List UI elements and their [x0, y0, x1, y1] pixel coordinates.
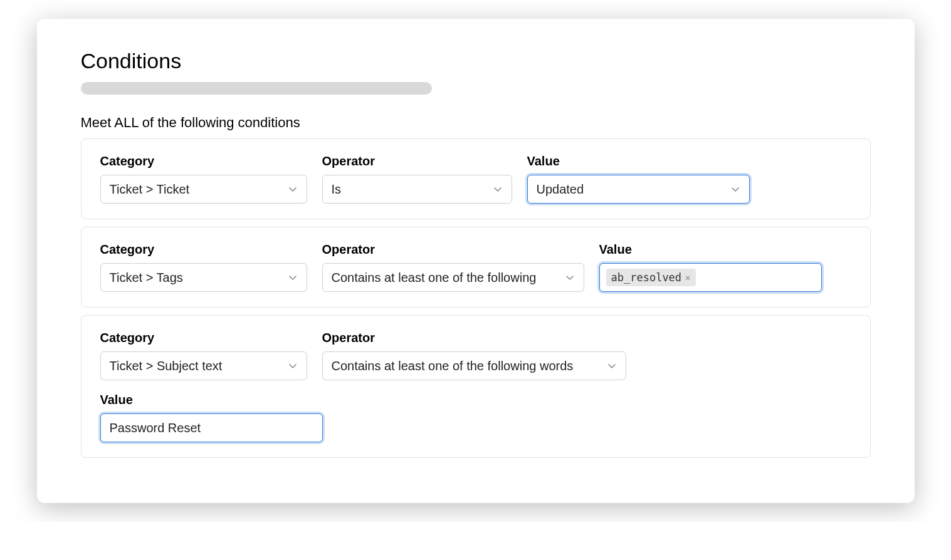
operator-select-text: Contains at least one of the following w…	[332, 359, 601, 373]
operator-select[interactable]: Contains at least one of the following	[322, 263, 584, 292]
category-select[interactable]: Ticket > Subject text	[100, 351, 307, 380]
section-subtitle: Meet ALL of the following conditions	[81, 115, 871, 131]
operator-label: Operator	[322, 154, 512, 169]
category-select-text: Ticket > Ticket	[110, 182, 281, 197]
tag-chip: ab_resolved✕	[606, 269, 696, 286]
category-label: Category	[100, 154, 307, 169]
condition-row: CategoryTicket > Subject textOperatorCon…	[81, 315, 871, 458]
value-select[interactable]: Updated	[527, 175, 750, 204]
operator-select-text: Is	[332, 182, 486, 197]
operator-label: Operator	[322, 242, 584, 257]
value-label: Value	[527, 154, 750, 169]
category-field: CategoryTicket > Tags	[100, 242, 307, 292]
page-title: Conditions	[81, 49, 871, 73]
category-field: CategoryTicket > Subject text	[100, 331, 307, 380]
category-select[interactable]: Ticket > Ticket	[100, 175, 307, 204]
category-field: CategoryTicket > Ticket	[100, 154, 307, 204]
chevron-down-icon	[288, 184, 298, 194]
category-label: Category	[100, 242, 307, 257]
tag-chip-label: ab_resolved	[611, 271, 682, 284]
remove-tag-icon[interactable]: ✕	[685, 272, 690, 283]
operator-select[interactable]: Contains at least one of the following w…	[322, 351, 626, 380]
value-field: Value	[100, 393, 851, 442]
value-field: Valueab_resolved✕	[599, 242, 822, 292]
chevron-down-icon	[288, 361, 298, 371]
description-placeholder	[81, 82, 432, 95]
operator-select-text: Contains at least one of the following	[332, 271, 559, 285]
operator-select[interactable]: Is	[322, 175, 512, 204]
value-field: ValueUpdated	[527, 154, 750, 204]
operator-field: OperatorContains at least one of the fol…	[322, 331, 626, 380]
category-select[interactable]: Ticket > Tags	[100, 263, 307, 292]
value-tag-input[interactable]: ab_resolved✕	[599, 263, 822, 292]
value-label: Value	[100, 393, 851, 407]
value-text-input[interactable]	[110, 421, 313, 435]
value-text-input-wrapper	[100, 413, 323, 442]
condition-row: CategoryTicket > TicketOperatorIsValueUp…	[81, 138, 871, 219]
category-select-text: Ticket > Tags	[110, 271, 281, 285]
operator-field: OperatorContains at least one of the fol…	[322, 242, 584, 292]
operator-label: Operator	[322, 331, 626, 345]
chevron-down-icon	[565, 272, 575, 283]
operator-field: OperatorIs	[322, 154, 512, 204]
chevron-down-icon	[730, 184, 740, 194]
value-select-text: Updated	[537, 182, 724, 197]
chevron-down-icon	[607, 361, 617, 371]
chevron-down-icon	[288, 272, 298, 283]
chevron-down-icon	[493, 184, 503, 194]
value-label: Value	[599, 242, 822, 257]
condition-row: CategoryTicket > TagsOperatorContains at…	[81, 227, 871, 308]
category-label: Category	[100, 331, 307, 345]
conditions-panel: Conditions Meet ALL of the following con…	[37, 19, 915, 503]
category-select-text: Ticket > Subject text	[110, 359, 281, 373]
